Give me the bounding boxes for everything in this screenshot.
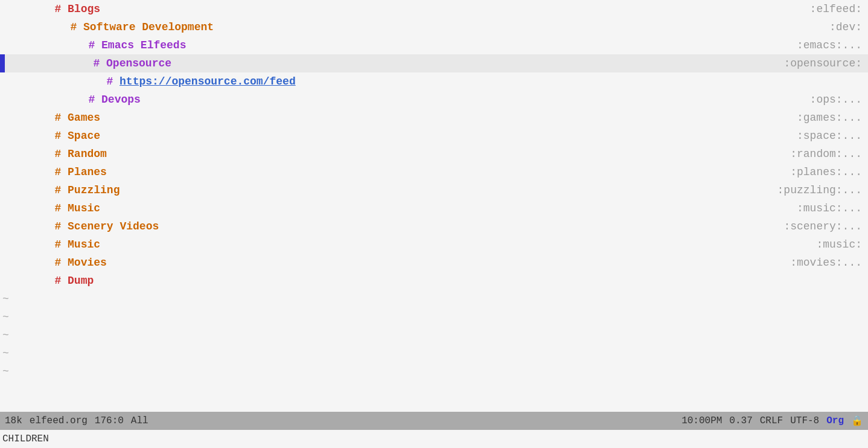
- lock-icon: 🔒: [851, 415, 863, 427]
- tilde-3: ~: [0, 326, 868, 344]
- file-size: 18k: [5, 415, 22, 426]
- position: 176:0: [95, 415, 124, 426]
- version: 0.37: [729, 415, 752, 426]
- tilde-5: ~: [0, 362, 868, 380]
- line-ending: CRLF: [760, 415, 783, 426]
- tilde-4: ~: [0, 344, 868, 362]
- time: 10:00PM: [681, 415, 722, 426]
- text-dump: Dump: [68, 275, 94, 287]
- status-bar: 18k elfeed.org 176:0 All 10:00PM 0.37 CR…: [0, 412, 868, 430]
- hash-dump: #: [54, 275, 68, 287]
- status-right: 10:00PM 0.37 CRLF UTF-8 Org 🔒: [681, 415, 863, 427]
- encoding: UTF-8: [790, 415, 819, 426]
- line-dump: # Dump: [0, 272, 868, 290]
- scroll: All: [131, 415, 148, 426]
- status-left: 18k elfeed.org 176:0 All: [5, 415, 148, 426]
- minibuffer-text: CHILDREN: [2, 434, 49, 444]
- editor-area: # Blogs :elfeed: # Software Development …: [0, 0, 868, 406]
- filename: elfeed.org: [30, 415, 88, 426]
- tilde-2: ~: [0, 308, 868, 326]
- minibuffer: CHILDREN: [0, 430, 868, 448]
- mode: Org: [826, 415, 844, 426]
